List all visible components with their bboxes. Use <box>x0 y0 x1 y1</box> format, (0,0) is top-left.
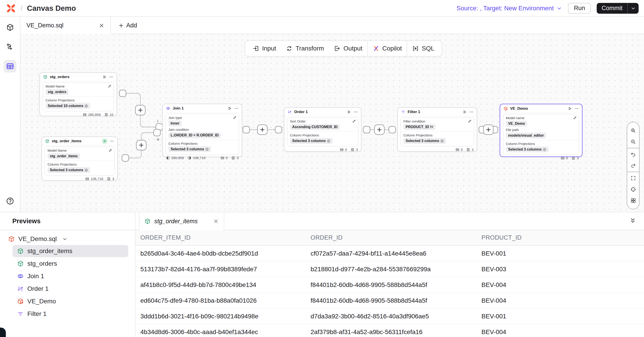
add-node-on-edge-button[interactable] <box>136 105 145 115</box>
table-row[interactable]: b265d0a4-3c46-4ae4-b0db-dcbe25df901d cf0… <box>136 246 644 261</box>
field-value-pill[interactable]: Selected 3 columns <box>168 146 211 152</box>
table-row[interactable]: 3ddd1b6d-3021-4f16-b09c-980214b9498e d7d… <box>136 308 644 324</box>
port-join-out[interactable] <box>243 126 250 133</box>
node-menu-button[interactable] <box>354 110 358 114</box>
tree-item-order-1[interactable]: Order 1 <box>12 283 128 295</box>
rail-models-button[interactable] <box>4 21 16 34</box>
column-header[interactable]: ORDER_ITEM_ID <box>140 234 310 241</box>
node-menu-button[interactable] <box>109 75 114 79</box>
node-menu-button[interactable] <box>574 106 579 111</box>
port-join-right-in[interactable] <box>154 129 160 136</box>
table-row[interactable]: ed604c75-dfe9-4780-81ba-b88a0fa01026 f84… <box>136 293 644 308</box>
field-value-pill[interactable]: Selected 10 columns <box>46 103 90 109</box>
add-node-on-edge-button[interactable] <box>374 125 384 135</box>
add-node-on-edge-button[interactable] <box>484 125 493 135</box>
run-node-button[interactable] <box>227 106 232 111</box>
field-value-pill[interactable]: VE_Demo <box>506 121 527 127</box>
table-row[interactable]: af41b8c0-9f5d-44d9-bb7d-7800c49be134 f84… <box>136 277 644 293</box>
field-value-pill[interactable]: Selected 3 columns <box>290 138 332 144</box>
tree-item-join-1[interactable]: Join 1 <box>12 270 128 282</box>
field-value-pill[interactable]: Inner <box>168 121 182 126</box>
tree-item-stg-order-items[interactable]: stg_order_items <box>12 245 128 257</box>
node-join-1[interactable]: Join 1 Join type Inner Join condition L.… <box>162 104 242 157</box>
close-tab-button[interactable] <box>99 23 104 29</box>
toolbar-copilot-button[interactable]: Copilot <box>368 41 407 56</box>
run-node-button[interactable] <box>462 110 467 114</box>
commit-button[interactable]: Commit <box>597 3 628 14</box>
toolbar-transform-button[interactable]: Transform <box>281 41 329 56</box>
left-input-row-count: 280,859 <box>166 156 184 160</box>
cube-arrow-icon <box>504 106 508 111</box>
edit-icon[interactable] <box>108 84 112 88</box>
edit-icon[interactable] <box>468 119 472 123</box>
zoom-out-button[interactable] <box>627 136 639 147</box>
toolbar-input-button[interactable]: Input <box>248 41 281 56</box>
node-menu-button[interactable] <box>110 139 114 143</box>
port-order-out[interactable] <box>363 126 370 133</box>
node-order-1[interactable]: Order 1 Sort Order Ascending CUSTOMER_ID… <box>284 107 362 152</box>
rail-lineage-button[interactable] <box>4 40 16 53</box>
node-filter-1[interactable]: Filter 1 Filter condition PRODUCT_ID != … <box>397 107 477 152</box>
field-value-pill[interactable]: PRODUCT_ID != <box>404 124 436 130</box>
field-value-pill[interactable]: Selected 3 columns <box>506 147 548 152</box>
node-menu-button[interactable] <box>234 106 238 111</box>
edit-icon[interactable] <box>108 149 112 152</box>
run-button[interactable]: Run <box>568 3 591 14</box>
table-row[interactable]: 513173b7-82d4-4176-aa7f-99b8389fede7 b21… <box>136 261 644 277</box>
help-button[interactable] <box>6 197 14 205</box>
commit-split-button[interactable]: Commit <box>597 3 638 14</box>
port-stg-order-items-out[interactable] <box>122 155 129 161</box>
field-value-pill[interactable]: models/visual_editor <box>506 133 546 138</box>
port-filter-in[interactable] <box>389 126 396 133</box>
field-value-pill[interactable]: stg_orders <box>46 89 68 95</box>
table-row[interactable]: 4b34d8d6-3006-4b0c-aaad-b40ef1a344ec 2af… <box>136 324 644 337</box>
field-value-pill[interactable]: Selected 3 columns <box>404 138 446 144</box>
add-node-on-edge-button[interactable] <box>258 125 267 135</box>
field-value-pill[interactable]: Ascending CUSTOMER_ID <box>290 124 340 130</box>
tree-item-stg-orders[interactable]: stg_orders <box>12 258 128 270</box>
node-ve-demo[interactable]: VE_Demo Model name VE_Demo File path mod… <box>500 104 582 157</box>
add-tab-button[interactable]: Add <box>116 17 140 34</box>
tab-ve-demo-sql[interactable]: VE_Demo.sql <box>21 17 111 34</box>
node-stg-orders[interactable]: stg_orders Model Name stg_orders Column … <box>40 72 117 116</box>
port-stg-orders-out[interactable] <box>119 90 126 97</box>
fit-view-button[interactable] <box>627 173 639 184</box>
run-node-button[interactable] <box>102 138 108 144</box>
field-value-pill[interactable]: L.ORDER_ID = R.ORDER_ID <box>168 132 221 138</box>
row-count: 280,859 <box>83 113 101 117</box>
edit-icon[interactable] <box>352 119 356 123</box>
center-view-button[interactable] <box>627 184 639 195</box>
port-order-in[interactable] <box>275 126 282 133</box>
flow-canvas[interactable]: L R Input Transform Output Copilo <box>20 34 644 212</box>
column-header[interactable]: ORDER_ID <box>310 234 482 241</box>
chevron-down-icon[interactable] <box>62 236 68 242</box>
toolbar-output-button[interactable]: Output <box>329 41 367 56</box>
redo-button[interactable] <box>627 160 639 171</box>
undo-button[interactable] <box>627 149 639 160</box>
environment-selector[interactable]: Source: , Target: New Environment <box>456 5 562 12</box>
tree-item-ve-demo-sql[interactable]: VE_Demo.sql <box>0 233 135 245</box>
edit-icon[interactable] <box>233 116 236 120</box>
collapse-panel-button[interactable] <box>629 217 636 224</box>
cube-icon <box>45 139 50 143</box>
run-node-button[interactable] <box>347 110 351 114</box>
field-value-pill[interactable]: stg_order_items <box>48 153 80 159</box>
toolbar-sql-button[interactable]: SQL <box>407 41 439 56</box>
add-node-on-edge-button[interactable] <box>136 140 146 150</box>
column-header[interactable]: PRODUCT_ID <box>482 234 644 241</box>
commit-menu-button[interactable] <box>628 3 638 14</box>
node-menu-button[interactable] <box>469 110 474 114</box>
run-node-button[interactable] <box>568 106 572 111</box>
rail-table-button[interactable] <box>4 60 16 73</box>
preview-tab-stg-order-items[interactable]: stg_order_items <box>139 212 224 230</box>
run-node-button[interactable] <box>102 75 107 79</box>
field-value-pill[interactable]: Selected 3 columns <box>48 167 90 173</box>
brand-logo-icon[interactable] <box>6 3 16 14</box>
tree-item-ve-demo[interactable]: VE_Demo <box>12 295 128 307</box>
edit-icon[interactable] <box>573 116 577 120</box>
zoom-in-button[interactable] <box>627 125 639 136</box>
close-preview-tab-button[interactable] <box>213 218 219 224</box>
node-stg-order-items[interactable]: stg_order_items Model Name stg_order_ite… <box>42 136 118 181</box>
tree-item-filter-1[interactable]: Filter 1 <box>12 308 128 320</box>
auto-layout-button[interactable] <box>627 195 639 206</box>
